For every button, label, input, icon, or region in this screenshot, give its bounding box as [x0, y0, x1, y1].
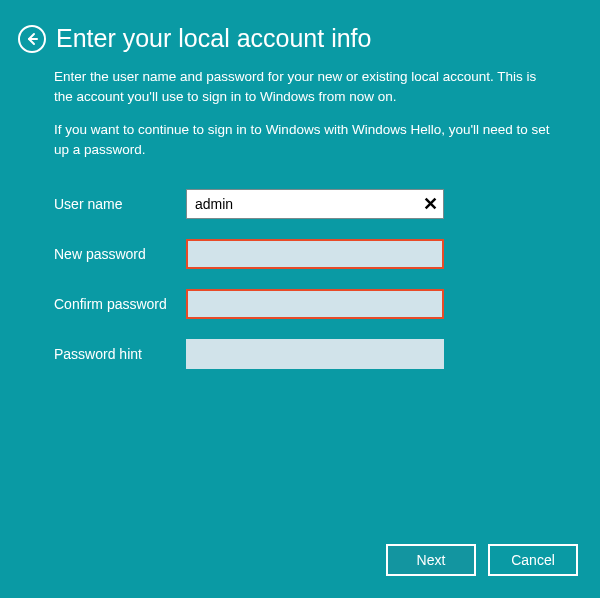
cancel-button[interactable]: Cancel [488, 544, 578, 576]
new-password-input[interactable] [186, 239, 444, 269]
password-hint-label: Password hint [54, 346, 186, 362]
username-label: User name [54, 196, 186, 212]
arrow-left-icon [24, 31, 40, 47]
new-password-label: New password [54, 246, 186, 262]
next-button[interactable]: Next [386, 544, 476, 576]
account-form: User name ✕ New password Confirm passwor… [54, 189, 552, 369]
clear-input-icon[interactable]: ✕ [423, 195, 438, 213]
confirm-password-label: Confirm password [54, 296, 186, 312]
description-1: Enter the user name and password for you… [54, 67, 552, 106]
username-input[interactable] [186, 189, 444, 219]
page-title: Enter your local account info [56, 24, 371, 53]
description-2: If you want to continue to sign in to Wi… [54, 120, 552, 159]
confirm-password-input[interactable] [186, 289, 444, 319]
password-hint-input[interactable] [186, 339, 444, 369]
back-button[interactable] [18, 25, 46, 53]
